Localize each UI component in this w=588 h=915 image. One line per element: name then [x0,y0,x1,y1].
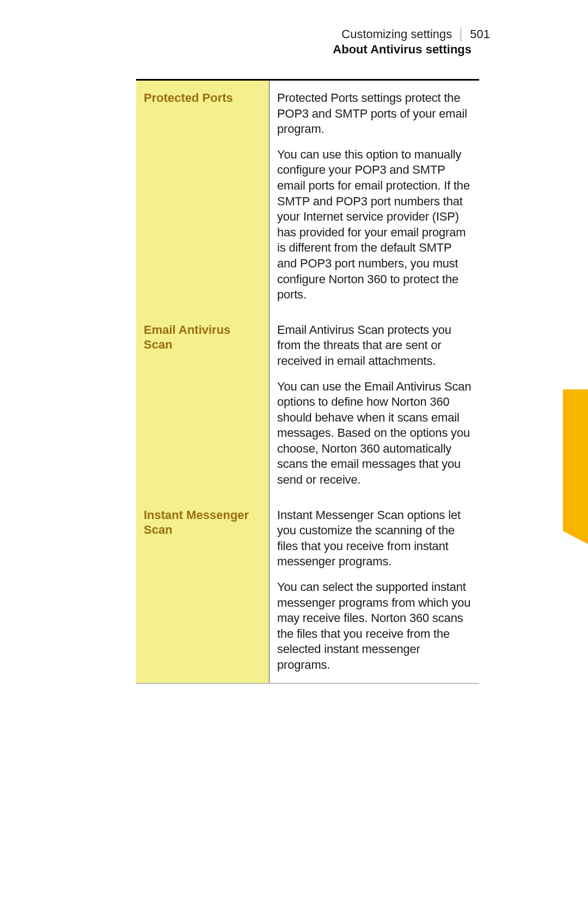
page-header: Customizing settings 501 About Antivirus… [333,27,490,57]
row-paragraph: You can use this option to manually conf… [277,147,474,303]
table-row: Email Antivirus Scan Email Antivirus Sca… [136,313,479,498]
side-tab-marker [563,389,588,531]
row-description-cell: Email Antivirus Scan protects you from t… [270,313,479,498]
row-label: Protected Ports [144,90,262,106]
row-label-cell: Instant Messenger Scan [136,498,270,683]
row-paragraph: Instant Messenger Scan options let you c… [277,508,474,570]
row-label-cell: Protected Ports [136,81,270,313]
table-row: Instant Messenger Scan Instant Messenger… [136,498,479,683]
header-row: Customizing settings 501 [333,27,490,41]
row-label: Instant Messenger Scan [144,508,262,538]
row-paragraph: You can select the supported instant mes… [277,580,474,673]
row-paragraph: Protected Ports settings protect the POP… [277,90,474,137]
table-row: Protected Ports Protected Ports settings… [136,81,479,313]
header-page-number: 501 [461,27,490,41]
row-description-cell: Protected Ports settings protect the POP… [270,81,479,313]
header-title: About Antivirus settings [333,42,490,57]
row-description-cell: Instant Messenger Scan options let you c… [270,498,479,683]
page: Customizing settings 501 About Antivirus… [0,0,588,915]
row-paragraph: Email Antivirus Scan protects you from t… [277,322,474,369]
row-label: Email Antivirus Scan [144,322,262,352]
header-section: Customizing settings [341,27,461,41]
settings-table: Protected Ports Protected Ports settings… [136,79,479,684]
row-paragraph: You can use the Email Antivirus Scan opt… [277,379,474,488]
row-label-cell: Email Antivirus Scan [136,313,270,498]
